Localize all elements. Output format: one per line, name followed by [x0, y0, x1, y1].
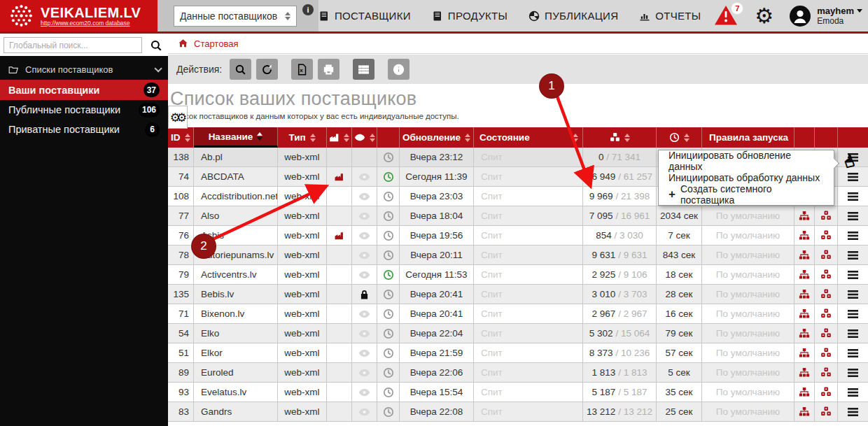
table-row[interactable]: 51 Elkor web-xml Вчера 21:59 Спит 8 373 …: [168, 343, 868, 363]
cell-row-menu[interactable]: [838, 343, 868, 362]
sidebar-section-supplier-lists[interactable]: Списки поставщиков: [0, 59, 168, 80]
sidebar-item-public-suppliers[interactable]: Публичные поставщики 106: [0, 100, 168, 120]
table-row[interactable]: 89 Euroled web-xml Вчера 22:06 Спит 1 81…: [168, 363, 868, 383]
cell-sitemap[interactable]: [794, 383, 815, 402]
table-row[interactable]: 83 Gandrs web-xml Вчера 22:08 Спит 13 21…: [168, 402, 868, 422]
cell-row-menu[interactable]: [838, 246, 868, 264]
header-state[interactable]: Состояние: [474, 127, 583, 148]
cell-id: 89: [168, 363, 194, 382]
nav-publication[interactable]: ПУБЛИКАЦИЯ: [528, 10, 618, 22]
cell-factory: [327, 304, 352, 323]
cell-name[interactable]: Elkor: [194, 343, 278, 362]
cell-name[interactable]: Bixenon.lv: [194, 304, 278, 323]
cell-name[interactable]: Also: [194, 206, 278, 225]
cell-sitemap[interactable]: [794, 206, 815, 225]
cell-sitemap[interactable]: [794, 265, 815, 284]
table-row[interactable]: 78 Autoriepunams.lv web-xml Вчера 20:11 …: [168, 246, 868, 265]
cell-row-menu[interactable]: [838, 304, 868, 323]
breadcrumb-home-link[interactable]: Стартовая: [194, 38, 238, 49]
cell-name[interactable]: Euroled: [194, 363, 278, 382]
cell-cubes[interactable]: [815, 206, 838, 225]
cell-cubes[interactable]: [815, 265, 838, 284]
menu-item-create-system-supplier[interactable]: +Создать системного поставщика: [659, 186, 834, 203]
cell-cubes[interactable]: [815, 304, 838, 323]
search-input[interactable]: [4, 37, 142, 53]
cell-name[interactable]: Evelatus.lv: [194, 383, 278, 402]
cell-row-menu[interactable]: [838, 402, 868, 421]
cell-sitemap[interactable]: [794, 226, 815, 245]
dataset-select[interactable]: Данные поставщиков: [174, 6, 297, 27]
cell-row-menu[interactable]: [838, 383, 868, 402]
cell-row-menu[interactable]: [838, 285, 868, 304]
refresh-button[interactable]: [256, 59, 278, 80]
search-button[interactable]: [147, 36, 165, 54]
header-name[interactable]: Название: [194, 127, 278, 148]
cell-row-menu[interactable]: [838, 324, 868, 343]
cell-row-menu[interactable]: [838, 206, 868, 225]
table-row[interactable]: 71 Bixenon.lv web-xml Вчера 20:41 Спит 2…: [168, 304, 868, 324]
cell-name[interactable]: Activcentrs.lv: [194, 265, 278, 284]
header-update[interactable]: Обновление: [400, 127, 474, 148]
nav-reports[interactable]: ОТЧЕТЫ: [639, 10, 701, 22]
cell-sitemap[interactable]: [794, 363, 815, 382]
cell-row-menu[interactable]: [838, 226, 868, 245]
header-duration[interactable]: [657, 127, 702, 148]
nav-products[interactable]: ПРОДУКТЫ: [432, 10, 507, 22]
cell-cubes[interactable]: [815, 324, 838, 343]
table-row[interactable]: 93 Evelatus.lv web-xml Вчера 15:54 Спит …: [168, 383, 868, 402]
cell-sitemap[interactable]: [794, 324, 815, 343]
sidebar-item-your-suppliers[interactable]: Ваши поставщики 37: [0, 80, 168, 100]
cell-sitemap[interactable]: [794, 343, 815, 362]
cell-cubes[interactable]: [815, 226, 838, 245]
table-row[interactable]: 77 Also web-xml Вчера 18:04 Спит 7 095 /…: [168, 206, 868, 226]
cell-sitemap[interactable]: [794, 246, 815, 264]
cell-name[interactable]: Elko: [194, 324, 278, 343]
menu-item-init-update[interactable]: Инициировать обновление данных: [659, 152, 834, 169]
table-view-button[interactable]: [353, 59, 374, 80]
header-id[interactable]: ID: [168, 127, 194, 148]
user-menu[interactable]: mayhem Emoda: [789, 5, 862, 27]
cell-cubes[interactable]: [815, 246, 838, 264]
sort-icon: [465, 134, 470, 142]
gear-icon[interactable]: ⚙: [755, 6, 774, 27]
table-row[interactable]: 79 Activcentrs.lv web-xml Сегодня 11:53 …: [168, 265, 868, 285]
info-icon[interactable]: i: [302, 4, 314, 15]
cell-sitemap[interactable]: [794, 304, 815, 323]
header-visibility[interactable]: [352, 127, 377, 148]
cell-name[interactable]: Gandrs: [194, 402, 278, 421]
print-button[interactable]: [318, 59, 340, 80]
cell-update: Вчера 20:41: [400, 304, 474, 323]
cell-name[interactable]: Bebis.lv: [194, 285, 278, 304]
search-button[interactable]: [230, 59, 251, 80]
cell-cubes[interactable]: [815, 383, 838, 402]
cell-row-menu[interactable]: [838, 363, 868, 382]
cell-cubes[interactable]: [815, 363, 838, 382]
cell-row-menu[interactable]: [838, 167, 868, 186]
row-menu-icon: [847, 309, 859, 319]
alerts-button[interactable]: 7: [714, 5, 739, 27]
cell-sitemap[interactable]: [794, 402, 815, 421]
info-button[interactable]: [388, 59, 410, 80]
header-factory[interactable]: [327, 127, 352, 148]
printer-icon: [323, 64, 335, 76]
cell-cubes[interactable]: [815, 343, 838, 362]
header-products[interactable]: [583, 127, 657, 148]
excel-export-button[interactable]: [291, 59, 313, 80]
cell-cubes[interactable]: [815, 285, 838, 304]
table-row[interactable]: 76 Asbis web-xml Вчера 19:56 Спит 854 / …: [168, 226, 868, 246]
cell-name[interactable]: ABCDATA: [194, 167, 278, 186]
table-settings-button[interactable]: ⚙⚙: [168, 106, 188, 129]
cell-row-menu[interactable]: [838, 187, 868, 206]
cell-name[interactable]: Accdistribution.net: [194, 187, 278, 206]
cell-row-menu[interactable]: [838, 265, 868, 284]
cell-duration: 5 сек: [657, 363, 702, 382]
cell-sitemap[interactable]: [794, 285, 815, 304]
logo[interactable]: VEIKALIEM.LV http://www.ecom20.com datab…: [0, 0, 158, 31]
sidebar-item-private-suppliers[interactable]: Приватные поставщики 6: [0, 120, 168, 139]
nav-suppliers[interactable]: ПОСТАВЩИКИ: [318, 10, 411, 22]
table-row[interactable]: 54 Elko web-xml Вчера 22:04 Спит 5 302 /…: [168, 324, 868, 343]
cell-name[interactable]: Ab.pl: [194, 148, 278, 166]
table-row[interactable]: 135 Bebis.lv web-xml Вчера 20:41 Спит 3 …: [168, 285, 868, 304]
cell-cubes[interactable]: [815, 402, 838, 421]
header-type[interactable]: Тип: [278, 127, 327, 148]
